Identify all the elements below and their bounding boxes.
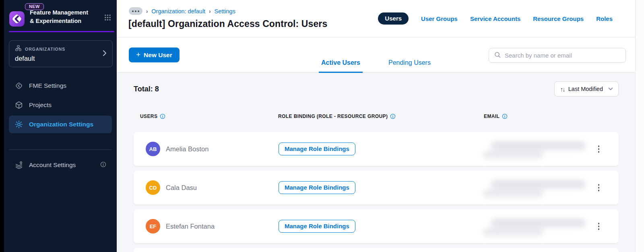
app-grid-icon[interactable]: [104, 14, 111, 23]
fme-settings-icon: [14, 81, 23, 90]
row-menu-kebab-icon[interactable]: [595, 181, 603, 194]
product-title: Feature Management & Experimentation: [30, 8, 91, 25]
chevron-right-icon: [103, 50, 107, 58]
search-input[interactable]: [505, 52, 621, 59]
product-logo-icon: [9, 11, 25, 27]
manage-role-bindings-button[interactable]: Manage Role Bindings: [279, 220, 355, 233]
new-user-button-label: New User: [144, 52, 172, 59]
tab-user-groups[interactable]: User Groups: [421, 15, 458, 22]
info-icon: [390, 114, 396, 119]
table-row-partial: [134, 248, 619, 252]
sidebar-item-label: Projects: [29, 101, 52, 109]
page-header: › Organization: default › Settings [defa…: [117, 0, 644, 37]
tab-pending-users[interactable]: Pending Users: [386, 59, 433, 73]
tab-active-users[interactable]: Active Users: [319, 59, 363, 73]
info-icon: [160, 114, 165, 119]
email-redacted: [483, 215, 586, 238]
chevron-down-icon: [608, 87, 613, 91]
organization-selector[interactable]: ORGANIZATIONS default: [9, 40, 113, 67]
breadcrumb-ellipsis-icon[interactable]: [129, 7, 142, 15]
tab-roles[interactable]: Roles: [596, 15, 613, 22]
search-box: [489, 48, 626, 63]
sort-dropdown[interactable]: ↑↓ Last Modified: [554, 81, 619, 97]
table-column-headers: USERS ROLE BINDING (ROLE - RESOURCE GROU…: [134, 114, 619, 121]
breadcrumb: › Organization: default › Settings: [129, 7, 235, 15]
layers-gear-icon: [14, 161, 23, 169]
plus-icon: +: [136, 50, 140, 59]
screen-edge: [0, 0, 4, 252]
column-header-users: USERS: [140, 114, 165, 119]
row-menu-kebab-icon[interactable]: [595, 143, 603, 155]
chevron-separator: ›: [146, 8, 148, 14]
toolbar: + New User Active Users Pending Users: [117, 38, 635, 73]
tab-resource-groups[interactable]: Resource Groups: [533, 15, 584, 22]
main-area: › Organization: default › Settings [defa…: [117, 0, 644, 252]
table-row: CD Cala Dasu Manage Role Bindings: [134, 171, 619, 204]
table-row: AB Amelia Boston Manage Role Bindings: [134, 132, 619, 166]
users-table-section: Total: 8 ↑↓ Last Modified USERS ROLE BIN…: [117, 73, 635, 252]
sidebar-item-account-settings[interactable]: Account Settings: [9, 156, 112, 174]
table-row: EF Estefan Fontana Manage Role Bindings: [134, 209, 619, 243]
sidebar-nav: FME Settings Projects Or: [4, 77, 117, 174]
row-menu-kebab-icon[interactable]: [595, 220, 603, 233]
sidebar-item-label: Organization Settings: [29, 121, 93, 128]
sidebar-item-label: FME Settings: [29, 82, 66, 89]
search-icon: [494, 51, 501, 60]
avatar: AB: [146, 142, 160, 156]
user-name: Amelia Boston: [166, 145, 208, 153]
breadcrumb-link-settings[interactable]: Settings: [215, 8, 235, 14]
user-name: Estefan Fontana: [166, 223, 215, 230]
column-header-role-binding: ROLE BINDING (ROLE - RESOURCE GROUP): [278, 114, 396, 119]
avatar: CD: [146, 180, 160, 195]
org-selector-label: ORGANIZATIONS: [25, 47, 65, 52]
tab-users[interactable]: Users: [378, 12, 409, 25]
column-header-email: EMAIL: [484, 114, 508, 119]
right-gutter: [635, 0, 644, 252]
manage-role-bindings-button[interactable]: Manage Role Bindings: [279, 181, 355, 194]
user-name: Cala Dasu: [166, 184, 197, 192]
sort-dropdown-value: Last Modified: [568, 86, 603, 92]
info-icon: [502, 114, 508, 119]
gear-icon: [14, 120, 23, 129]
chevron-separator: ›: [209, 8, 211, 14]
tab-service-accounts[interactable]: Service Accounts: [470, 15, 520, 22]
sidebar-divider: [9, 149, 112, 150]
sort-arrows-icon: ↑↓: [560, 86, 565, 93]
page-title: [default] Organization Access Control: U…: [128, 19, 327, 29]
avatar: EF: [146, 219, 160, 233]
total-count: Total: 8: [134, 85, 159, 93]
sidebar: NEW Feature Management & Experime: [4, 0, 117, 252]
info-icon[interactable]: [100, 161, 106, 169]
sidebar-item-fme-settings[interactable]: FME Settings: [9, 77, 112, 95]
breadcrumb-link-organization[interactable]: Organization: default: [151, 8, 205, 14]
sidebar-item-organization-settings[interactable]: Organization Settings: [9, 116, 112, 133]
access-control-nav: Users User Groups Service Accounts Resou…: [378, 12, 613, 25]
manage-role-bindings-button[interactable]: Manage Role Bindings: [279, 143, 355, 155]
sidebar-item-projects[interactable]: Projects: [9, 96, 112, 114]
cube-icon: [14, 101, 23, 109]
org-chart-icon: [15, 45, 22, 53]
brand-header: NEW Feature Management & Experime: [4, 0, 117, 27]
sidebar-item-label: Account Settings: [29, 161, 76, 169]
email-redacted: [483, 138, 586, 160]
users-list: AB Amelia Boston Manage Role Bindings CD…: [134, 132, 619, 252]
brand-accent-divider: [9, 31, 114, 32]
app-screen: NEW Feature Management & Experime: [0, 0, 644, 252]
org-selector-value: default: [15, 55, 107, 62]
email-redacted: [483, 176, 586, 199]
